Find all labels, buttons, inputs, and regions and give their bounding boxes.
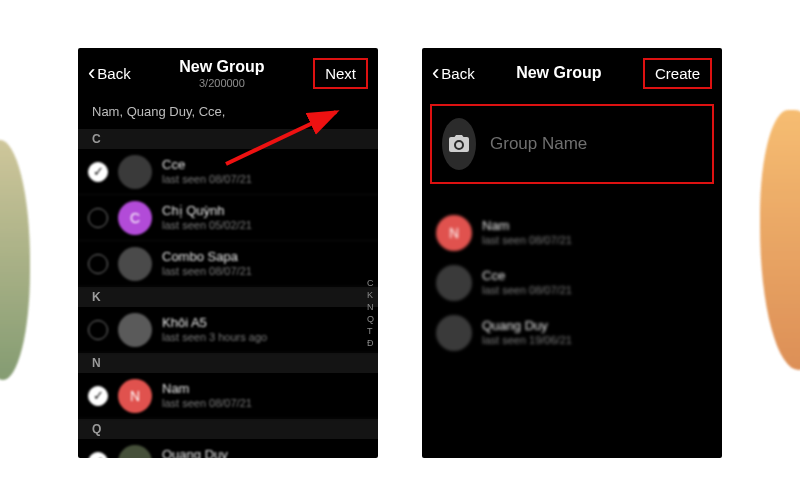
avatar: [436, 265, 472, 301]
checkbox-empty-icon[interactable]: [88, 208, 108, 228]
avatar: [118, 313, 152, 347]
member-status: last seen 08/07/21: [482, 284, 572, 298]
checkbox-checked-icon[interactable]: ✓: [88, 162, 108, 182]
avatar: [118, 247, 152, 281]
contact-name: Combo Sapa: [162, 249, 252, 265]
group-name-input[interactable]: [490, 134, 702, 154]
contact-status: last seen 08/07/21: [162, 265, 252, 279]
camera-button[interactable]: [442, 118, 476, 170]
next-label: Next: [325, 65, 356, 82]
avatar: [118, 155, 152, 189]
alpha-index[interactable]: C K N Q T Đ: [367, 278, 374, 348]
member-row[interactable]: N Namlast seen 08/07/21: [422, 208, 722, 258]
member-count: 3/200000: [179, 77, 264, 89]
back-label: Back: [441, 65, 474, 82]
contact-row[interactable]: ✓ Ccelast seen 08/07/21: [78, 149, 378, 195]
member-status: last seen 19/06/21: [482, 334, 572, 348]
phone-right: ‹ Back New Group Create N Namlast seen 0…: [422, 48, 722, 458]
avatar: C: [118, 201, 152, 235]
checkbox-checked-icon[interactable]: ✓: [88, 386, 108, 406]
section-q: Q: [78, 419, 378, 439]
avatar: [436, 315, 472, 351]
group-name-box: [430, 104, 714, 184]
contact-name: Cce: [162, 157, 252, 173]
member-row[interactable]: Quang Duylast seen 19/06/21: [422, 308, 722, 358]
checkbox-checked-icon[interactable]: ✓: [88, 452, 108, 459]
phone-left: ‹ Back New Group 3/200000 Next Nam, Quan…: [78, 48, 378, 458]
camera-icon: [447, 132, 471, 156]
contact-row[interactable]: ✓ N Namlast seen 08/07/21: [78, 373, 378, 419]
page-title: New Group: [179, 58, 264, 76]
section-c: C: [78, 129, 378, 149]
back-button[interactable]: ‹ Back: [88, 62, 131, 84]
contact-row[interactable]: Combo Sapalast seen 08/07/21: [78, 241, 378, 287]
contact-status: last seen 05/02/21: [162, 219, 252, 233]
page-title: New Group: [516, 64, 601, 82]
title-wrap: New Group 3/200000: [179, 58, 264, 89]
header: ‹ Back New Group Create: [422, 48, 722, 98]
member-name: Cce: [482, 268, 572, 284]
contact-status: last seen 3 hours ago: [162, 331, 267, 345]
contact-name: Quang Duy: [162, 447, 252, 459]
header: ‹ Back New Group 3/200000 Next: [78, 48, 378, 98]
contact-row[interactable]: ✓ Quang Duylast seen 08/07/21: [78, 439, 378, 458]
selected-names[interactable]: Nam, Quang Duy, Cce,: [78, 98, 378, 129]
member-row[interactable]: Ccelast seen 08/07/21: [422, 258, 722, 308]
contact-status: last seen 08/07/21: [162, 173, 252, 187]
contact-row[interactable]: C Chị Quỳnhlast seen 05/02/21: [78, 195, 378, 241]
next-button[interactable]: Next: [313, 58, 368, 89]
contact-name: Khôi A5: [162, 315, 267, 331]
create-label: Create: [655, 65, 700, 82]
create-button[interactable]: Create: [643, 58, 712, 89]
member-name: Quang Duy: [482, 318, 572, 334]
avatar: N: [436, 215, 472, 251]
avatar: N: [118, 379, 152, 413]
checkbox-empty-icon[interactable]: [88, 254, 108, 274]
checkbox-empty-icon[interactable]: [88, 320, 108, 340]
contact-name: Nam: [162, 381, 252, 397]
back-button[interactable]: ‹ Back: [432, 62, 475, 84]
back-label: Back: [97, 65, 130, 82]
title-wrap: New Group: [516, 64, 601, 82]
chevron-left-icon: ‹: [88, 62, 95, 84]
member-name: Nam: [482, 218, 572, 234]
contact-status: last seen 08/07/21: [162, 397, 252, 411]
contact-row[interactable]: Khôi A5last seen 3 hours ago: [78, 307, 378, 353]
contact-name: Chị Quỳnh: [162, 203, 252, 219]
chevron-left-icon: ‹: [432, 62, 439, 84]
stage: ‹ Back New Group 3/200000 Next Nam, Quan…: [0, 0, 800, 500]
section-n: N: [78, 353, 378, 373]
avatar: [118, 445, 152, 459]
member-status: last seen 08/07/21: [482, 234, 572, 248]
section-k: K: [78, 287, 378, 307]
